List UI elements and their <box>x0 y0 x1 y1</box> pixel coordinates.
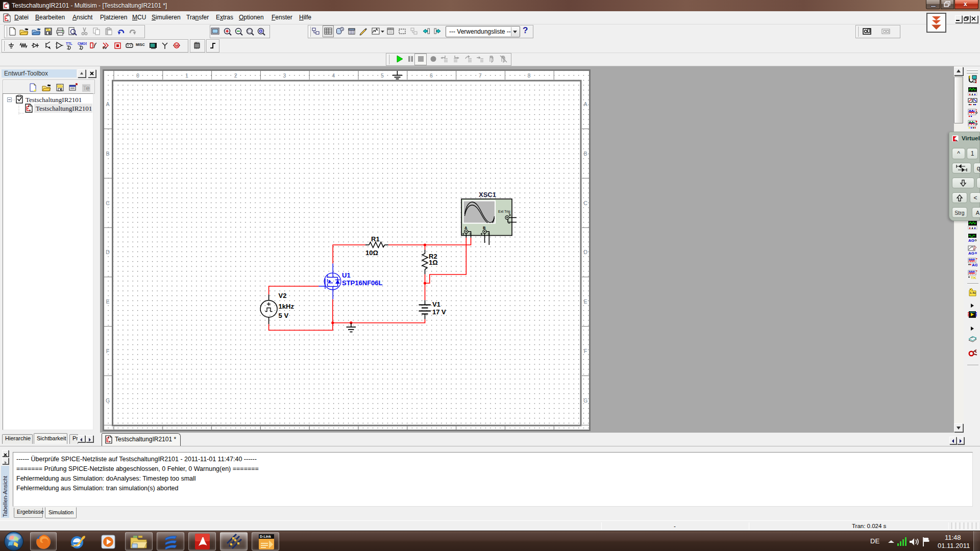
svg-text:XSC1: XSC1 <box>479 191 496 198</box>
svg-text:3: 3 <box>283 72 286 79</box>
svg-text:A: A <box>464 226 468 230</box>
svg-text:4: 4 <box>332 72 335 79</box>
svg-text:C: C <box>583 200 587 206</box>
svg-text:D-Link: D-Link <box>260 535 271 538</box>
svg-text:MCU: MCU <box>195 41 200 44</box>
svg-text:B: B <box>483 226 486 230</box>
svg-text:7: 7 <box>479 72 482 79</box>
svg-text:E: E <box>583 298 587 305</box>
svg-text:G: G <box>583 397 587 404</box>
svg-text:AG: AG <box>968 251 974 255</box>
svg-text:2: 2 <box>234 72 237 79</box>
svg-text:0: 0 <box>136 72 139 79</box>
svg-text:10Ω: 10Ω <box>365 249 378 257</box>
svg-text:CMOS: CMOS <box>78 42 87 45</box>
svg-text:U1: U1 <box>342 271 351 279</box>
svg-text:V2: V2 <box>279 292 287 299</box>
svg-text:B: B <box>583 151 587 157</box>
svg-text:5: 5 <box>381 72 384 79</box>
svg-text:1kHz: 1kHz <box>279 303 295 310</box>
svg-text:TK: TK <box>971 276 976 280</box>
svg-text:1Ω: 1Ω <box>429 259 438 266</box>
svg-text:17 V: 17 V <box>432 308 446 316</box>
svg-text:0v: 0v <box>103 46 107 49</box>
svg-text:M: M <box>175 43 179 48</box>
svg-text:6: 6 <box>430 72 433 79</box>
svg-text:1: 1 <box>185 72 188 79</box>
svg-text:STP16NF06L: STP16NF06L <box>342 279 383 287</box>
svg-text:1.4v: 1.4v <box>970 291 976 294</box>
svg-text:G: G <box>106 397 110 404</box>
svg-text:8: 8 <box>527 72 530 79</box>
svg-text:Ext Trig: Ext Trig <box>498 210 510 214</box>
svg-text:D: D <box>106 249 110 255</box>
svg-text:R1: R1 <box>371 235 380 243</box>
svg-text:E: E <box>106 298 109 305</box>
svg-text:TTL: TTL <box>66 42 73 45</box>
svg-text:F: F <box>106 348 109 354</box>
svg-text:AG: AG <box>968 238 974 243</box>
svg-text:C: C <box>106 200 110 206</box>
svg-text:D: D <box>583 249 587 255</box>
svg-text:AG: AG <box>972 263 977 267</box>
svg-text:5 V: 5 V <box>279 312 289 319</box>
svg-text:F: F <box>584 348 587 354</box>
svg-text:A: A <box>106 101 109 107</box>
svg-text:V1: V1 <box>432 300 440 308</box>
svg-text:B: B <box>106 151 109 157</box>
svg-text:A: A <box>583 101 587 107</box>
